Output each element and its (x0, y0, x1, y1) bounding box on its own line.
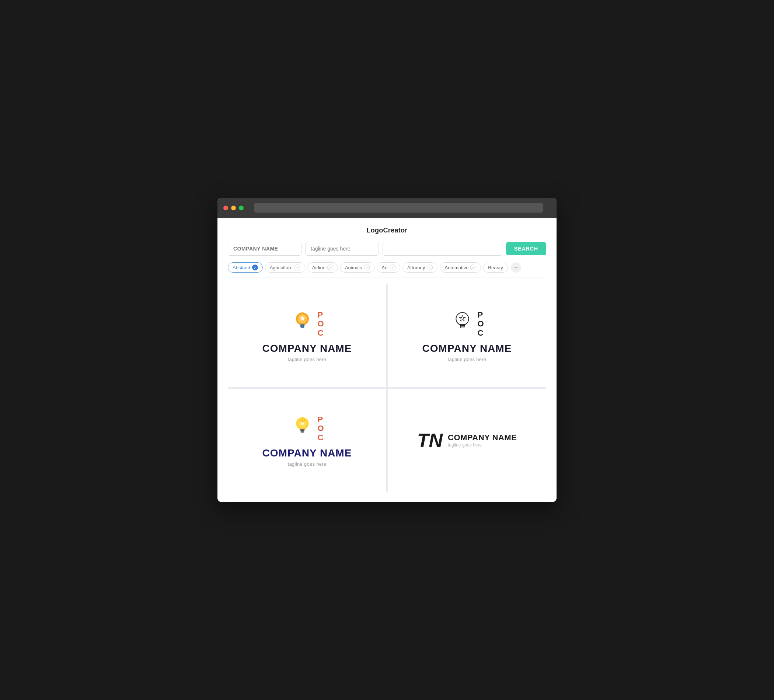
logo-icon-area-1: P O C (290, 309, 324, 337)
address-bar[interactable] (254, 203, 543, 213)
logo-card-3[interactable]: P O C COMPANY NAME tagline goes here (228, 389, 386, 492)
filter-chip-agriculture[interactable]: Agriculture ✓ (265, 262, 305, 272)
filter-label: Beauty (488, 265, 503, 271)
logo-content-4: TN COMPANY NAME tagline goes here (417, 431, 517, 450)
tagline-1: tagline goes here (288, 357, 327, 362)
company-name-input[interactable] (228, 242, 301, 256)
filter-label: Animals (345, 265, 362, 271)
check-icon: ✓ (294, 264, 300, 271)
close-button[interactable] (223, 206, 228, 210)
logo-card-4[interactable]: TN COMPANY NAME tagline goes here (388, 389, 546, 492)
tn-logo: TN COMPANY NAME tagline goes here (417, 431, 517, 450)
industry-input[interactable] (382, 242, 502, 256)
yellow-bulb-icon (290, 414, 316, 439)
tn-company-name: COMPANY NAME (448, 433, 517, 442)
poc-p: P (318, 310, 324, 319)
filter-label: Airline (312, 265, 326, 271)
svg-rect-3 (300, 324, 305, 326)
logo-icon-area-3: P O C (290, 414, 324, 442)
tn-text-group: COMPANY NAME tagline goes here (448, 433, 517, 447)
poc-o3: O (318, 424, 324, 433)
svg-point-8 (456, 313, 469, 325)
logo-card-2[interactable]: P O C COMPANY NAME tagline goes here (388, 284, 546, 387)
filter-label: Art (382, 265, 388, 271)
logo-grid: P O C COMPANY NAME tagline goes here (228, 284, 546, 492)
colored-bulb-icon (290, 309, 316, 335)
app-title: LogoCreator (228, 226, 546, 234)
filter-chip-airline[interactable]: Airline ✓ (308, 262, 338, 272)
poc-letters-colored: P O C (318, 310, 324, 337)
app-container: LogoCreator SEARCH Abstract ✓ Agricultur… (217, 218, 557, 502)
logo-content-1: P O C COMPANY NAME tagline goes here (263, 309, 352, 362)
check-icon: ✓ (390, 264, 395, 271)
filter-chip-art[interactable]: Art ✓ (377, 262, 400, 272)
filter-chip-automotive[interactable]: Automotive ✓ (440, 262, 481, 272)
filter-chip-animals[interactable]: Animals ✓ (340, 262, 374, 272)
outline-bulb-icon (450, 309, 476, 335)
check-icon: ✓ (364, 264, 370, 271)
filter-next-button[interactable]: → (511, 262, 521, 272)
filter-label: Abstract (233, 265, 250, 271)
svg-rect-20 (300, 430, 304, 431)
svg-rect-5 (301, 327, 304, 328)
poc-letters-yellow: P O C (318, 415, 324, 442)
poc-c: C (318, 329, 324, 337)
svg-rect-4 (300, 326, 304, 327)
filter-chip-abstract[interactable]: Abstract ✓ (228, 262, 263, 272)
svg-rect-19 (300, 429, 305, 430)
filter-label: Agriculture (270, 265, 293, 271)
poc-p3: P (318, 415, 324, 424)
svg-rect-12 (461, 327, 464, 328)
poc-p2: P (477, 310, 484, 319)
poc-c2: C (477, 329, 484, 337)
minimize-button[interactable] (231, 206, 236, 210)
poc-letters-outline: P O C (477, 310, 484, 337)
poc-o: O (318, 319, 324, 328)
filter-label: Automotive (445, 265, 468, 271)
search-bar: SEARCH (228, 242, 546, 256)
check-icon: ✓ (327, 264, 333, 271)
tagline-3: tagline goes here (288, 461, 327, 467)
poc-c3: C (318, 433, 324, 442)
svg-rect-21 (301, 431, 304, 433)
filter-label: Attorney (407, 265, 425, 271)
browser-titlebar (217, 198, 557, 218)
tn-tagline: tagline goes here (448, 442, 517, 447)
check-icon: ✓ (427, 264, 433, 271)
poc-o2: O (477, 319, 484, 328)
logo-content-3: P O C COMPANY NAME tagline goes here (263, 414, 352, 467)
filter-bar: Abstract ✓ Agriculture ✓ Airline ✓ Anima… (228, 262, 546, 277)
tn-monogram: TN (417, 431, 443, 450)
tagline-2: tagline goes here (448, 357, 486, 362)
logo-icon-area-2: P O C (450, 309, 484, 337)
logo-content-2: P O C COMPANY NAME tagline goes here (422, 309, 512, 362)
check-icon: ✓ (252, 264, 258, 271)
tagline-input[interactable] (305, 242, 379, 256)
company-name-2: COMPANY NAME (422, 343, 512, 355)
svg-point-18 (301, 422, 304, 425)
logo-card-1[interactable]: P O C COMPANY NAME tagline goes here (228, 284, 386, 387)
browser-window: LogoCreator SEARCH Abstract ✓ Agricultur… (217, 198, 557, 502)
search-button[interactable]: SEARCH (506, 242, 546, 255)
filter-chip-attorney[interactable]: Attorney ✓ (402, 262, 438, 272)
svg-marker-9 (460, 315, 465, 321)
company-name-3: COMPANY NAME (263, 447, 352, 459)
maximize-button[interactable] (239, 206, 244, 210)
company-name-1: COMPANY NAME (263, 343, 352, 355)
filter-chip-beauty[interactable]: Beauty (483, 262, 508, 272)
check-icon: ✓ (470, 264, 476, 271)
